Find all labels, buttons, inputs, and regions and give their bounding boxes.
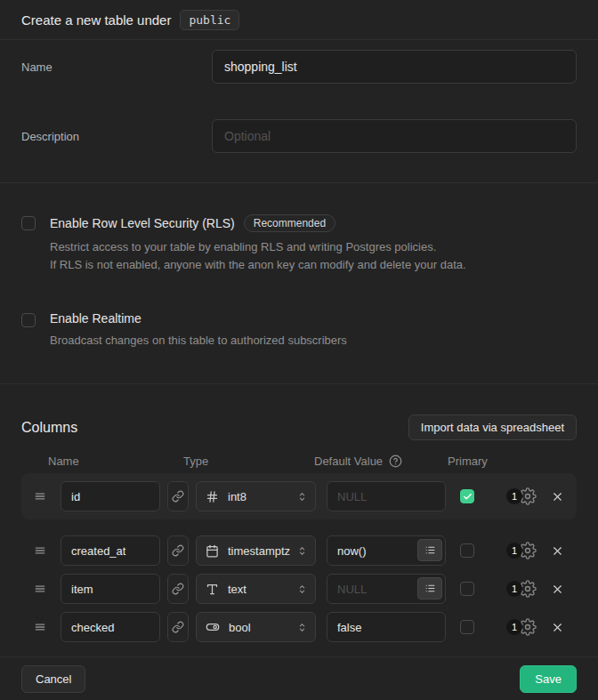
foreign-key-icon[interactable] [167, 481, 189, 511]
chevron-up-down-icon [296, 545, 308, 557]
rls-option: Enable Row Level Security (RLS) Recommen… [21, 214, 577, 274]
table-options: Enable Row Level Security (RLS) Recommen… [0, 183, 598, 384]
header-type: Type [183, 455, 314, 468]
default-value-input[interactable] [327, 612, 446, 642]
remove-column-icon[interactable] [551, 544, 564, 558]
chevron-up-down-icon [296, 583, 308, 595]
import-spreadsheet-button[interactable]: Import data via spreadsheet [408, 414, 577, 440]
rls-checkbox[interactable] [21, 216, 36, 230]
dialog-footer: Cancel Save [0, 657, 598, 700]
settings-count-badge: 1 [506, 543, 522, 559]
column-name-input[interactable] [61, 612, 160, 642]
realtime-option: Enable Realtime Broadcast changes on thi… [21, 311, 577, 350]
column-name-input[interactable] [61, 535, 160, 566]
primary-checkbox[interactable] [460, 582, 474, 596]
table-description-input[interactable] [212, 119, 577, 153]
column-row-id: int8 1 [21, 481, 577, 511]
column-name-input[interactable] [61, 481, 160, 511]
default-value-input[interactable] [327, 481, 446, 511]
realtime-label: Enable Realtime [50, 311, 141, 326]
drag-handle-icon[interactable] [34, 544, 46, 557]
help-icon[interactable] [389, 455, 402, 468]
text-type-icon [206, 583, 219, 596]
column-row-item: text 1 [21, 574, 577, 604]
column-type-select[interactable]: int8 [196, 481, 316, 511]
dialog-header: Create a new table under public [0, 0, 598, 40]
column-row-checked: bool 1 [21, 612, 577, 642]
settings-count-badge: 1 [506, 581, 522, 597]
save-button[interactable]: Save [520, 665, 577, 693]
column-name-input[interactable] [61, 574, 160, 604]
header-primary: Primary [448, 455, 488, 468]
create-table-dialog: Create a new table under public Name Des… [0, 0, 598, 700]
drag-handle-icon[interactable] [34, 490, 46, 503]
foreign-key-icon[interactable] [167, 535, 189, 566]
name-row: Name [21, 50, 577, 84]
settings-count-badge: 1 [506, 488, 522, 504]
column-row-card: int8 1 [21, 473, 577, 519]
column-row-created-at: timestamptz 1 [21, 535, 577, 566]
remove-column-icon[interactable] [551, 621, 564, 634]
rls-label: Enable Row Level Security (RLS) [50, 216, 235, 230]
table-meta-form: Name Description [0, 40, 598, 183]
toggle-icon [206, 620, 220, 634]
name-label: Name [21, 50, 212, 74]
description-row: Description [21, 119, 577, 153]
recommended-badge: Recommended [244, 214, 335, 232]
foreign-key-icon[interactable] [167, 574, 189, 604]
description-label: Description [21, 119, 212, 143]
dialog-title: Create a new table under [21, 12, 171, 28]
chevron-up-down-icon [296, 491, 308, 503]
column-headers: Name Type Default Value Primary [21, 455, 577, 468]
remove-column-icon[interactable] [551, 490, 564, 503]
schema-badge: public [180, 10, 239, 30]
primary-checkbox[interactable] [460, 543, 474, 558]
chevron-up-down-icon [296, 622, 308, 633]
calendar-icon [206, 544, 219, 558]
cancel-button[interactable]: Cancel [21, 665, 85, 693]
table-name-input[interactable] [212, 50, 577, 84]
default-suggestions-icon[interactable] [417, 577, 442, 599]
hash-icon [206, 490, 219, 503]
columns-title: Columns [21, 420, 77, 436]
realtime-checkbox[interactable] [21, 313, 36, 327]
primary-checkbox[interactable] [460, 620, 474, 634]
header-default-value: Default Value [314, 455, 383, 468]
settings-count-badge: 1 [506, 619, 522, 635]
header-name: Name [48, 455, 155, 468]
column-type-select[interactable]: text [196, 574, 316, 604]
drag-handle-icon[interactable] [34, 621, 46, 633]
default-suggestions-icon[interactable] [417, 539, 442, 561]
foreign-key-icon[interactable] [167, 612, 189, 642]
realtime-description: Broadcast changes on this table to autho… [50, 332, 347, 350]
primary-checkbox[interactable] [460, 489, 474, 503]
column-type-select[interactable]: timestamptz [196, 535, 316, 566]
remove-column-icon[interactable] [551, 583, 564, 596]
columns-section: Columns Import data via spreadsheet Name… [0, 384, 598, 657]
column-type-select[interactable]: bool [196, 612, 316, 642]
drag-handle-icon[interactable] [34, 583, 46, 595]
rls-description: Restrict access to your table by enablin… [50, 238, 466, 274]
